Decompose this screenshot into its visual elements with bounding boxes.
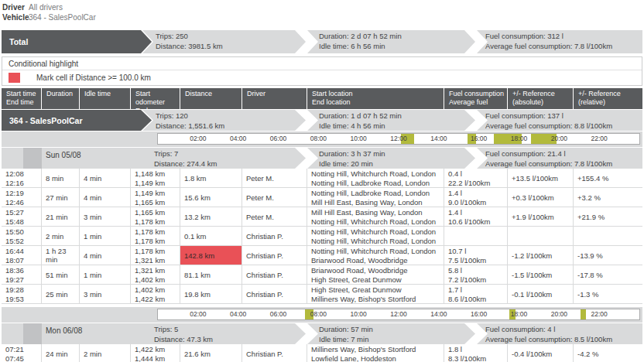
banner-segment-trips: Trips: 120 Distance: 1,551.6 km <box>142 110 306 131</box>
column-header-ref-absolute: +/- Reference(absolute) <box>508 88 573 109</box>
column-header-idle-time: Idle time <box>80 88 130 109</box>
timeline-hour-label: 22:00 <box>591 135 608 142</box>
cell-start-end-time: 19:2819:53 <box>2 285 41 303</box>
day-trips: Trips: 5 <box>154 325 213 335</box>
cell-idle-time: 3 min <box>80 207 130 226</box>
cell-driver: Christian P. <box>242 265 307 284</box>
cell-idle-time: 2 min <box>80 344 130 362</box>
day-distance: Distance: 47.3 km <box>154 335 213 345</box>
cell-locations: High Street, Great DunmowMilliners Way, … <box>307 285 444 303</box>
cell-locations: Notting Hill, Ladbroke Road, LondonMill … <box>307 188 444 207</box>
highlight-color-swatch <box>9 73 20 83</box>
timeline-hour-label: 20:00 <box>551 310 567 318</box>
cell-odometer: 1,165 km1,178 km <box>131 207 180 226</box>
cell-ref-relative: -4.2 % <box>574 344 642 362</box>
timeline-trip-segment <box>581 309 585 319</box>
day-group-grip[interactable] <box>23 148 42 169</box>
day-banner-left: Sun 05/08 Trips: 7 Distance: 274.4 km <box>2 148 306 169</box>
cell-fuel <box>444 227 507 245</box>
total-trips: Trips: 250 <box>156 32 306 42</box>
driver-label: Driver <box>2 2 29 12</box>
cell-odometer: 1,321 km1,402 km <box>131 265 180 284</box>
day-group-banner[interactable]: Mon 06/08 Trips: 5 Distance: 47.3 km Dur… <box>2 323 642 344</box>
banner-segment-trips: Trips: 250 Distance: 3981.5 km <box>142 30 306 53</box>
cell-odometer: 1,402 km1,422 km <box>131 285 180 303</box>
timeline-hour-label: 20:00 <box>551 135 567 142</box>
cell-locations: Briarwood Road, WoodbridgeHigh Street, G… <box>307 265 444 284</box>
cell-distance: 19.8 km <box>180 285 242 303</box>
cell-idle-time: 3 min <box>80 285 130 303</box>
banner-segment-duration: Duration: 2 d 07 h 52 min Idle time: 6 h… <box>307 30 475 53</box>
cell-fuel: 1.4 l9.0 l/100km <box>444 188 507 207</box>
cell-driver: Christian P. <box>242 227 307 245</box>
timeline-hour-label: 18:00 <box>511 310 527 318</box>
cell-distance: 81.1 km <box>180 265 242 284</box>
vehicle-idle-time: Idle time: 4 h 56 min <box>319 121 475 131</box>
cell-ref-relative: +21.9 % <box>574 207 642 226</box>
day-idle-time: Idle time: 20 min <box>319 159 475 169</box>
column-header-driver: Driver <box>242 88 307 109</box>
cell-fuel: 0.4 l22.2 l/100km <box>444 169 507 187</box>
total-fuel: Fuel consumption: 312 l <box>485 32 642 42</box>
vehicle-filter-row: Vehicle 364 - SalesPoolCar <box>2 12 644 22</box>
day-fuel: Fuel consumption: 21.4 l <box>485 149 642 159</box>
timeline-hour-label: 18:00 <box>511 135 527 142</box>
cell-driver: Christian P. <box>242 285 307 303</box>
day-timeline-row: 02:0004:0006:0008:0010:0012:0014:0016:00… <box>2 307 642 323</box>
banner-segment-duration: Duration: 3 h 37 min Idle time: 20 min <box>307 148 475 169</box>
table-row: 19:2819:53 25 min 3 min 1,402 km1,422 km… <box>2 285 642 304</box>
conditional-highlight-legend: Mark cell if Distance >= 100.0 km <box>2 70 642 83</box>
cell-driver: Christian P. <box>242 344 307 362</box>
cell-ref-relative: +3.2 % <box>574 188 642 207</box>
cell-idle-time: 1 min <box>80 265 130 284</box>
day-group-banner[interactable]: Sun 05/08 Trips: 7 Distance: 274.4 km Du… <box>2 148 642 169</box>
cell-start-end-time: 16:4418:07 <box>2 246 41 265</box>
timeline-hour-label: 08:00 <box>310 135 327 142</box>
cell-distance: 0.1 km <box>180 227 242 245</box>
vehicle-value: 364 - SalesPoolCar <box>29 12 96 22</box>
cell-ref-absolute: -0.4 l/100km <box>508 344 573 362</box>
day-label: Mon 06/08 <box>46 326 82 335</box>
column-header-odometer: Start odometerEnd odometer <box>131 88 180 109</box>
table-row: 15:5015:52 2 min 1 min 1,178 km1,178 km … <box>2 227 642 246</box>
conditional-highlight-title: Conditional highlight <box>2 57 642 70</box>
timeline-hour-label: 12:00 <box>390 135 406 142</box>
conditional-highlight-panel: Conditional highlight Mark cell if Dista… <box>2 56 642 86</box>
cell-ref-absolute: +0.3 l/100km <box>508 188 573 207</box>
day-group-grip[interactable] <box>23 323 42 344</box>
cell-locations: Notting Hill, Whitchurch Road, LondonNot… <box>307 227 444 245</box>
cell-driver: Peter M. <box>242 207 307 226</box>
cell-locations: Notting Hill, Whitchurch Road, LondonBri… <box>307 246 444 265</box>
cell-duration: 8 min <box>42 169 79 187</box>
cell-odometer: 1,178 km1,178 km <box>131 227 180 245</box>
total-summary-banner[interactable]: Total Trips: 250 Distance: 3981.5 km Dur… <box>2 30 642 53</box>
timeline-hour-label: 04:00 <box>230 135 246 142</box>
cell-start-end-time: 18:3619:27 <box>2 265 41 284</box>
banner-segment-duration: Duration: 1 d 07 h 52 min Idle time: 4 h… <box>307 110 475 131</box>
cell-ref-relative <box>574 227 642 245</box>
timeline-hour-label: 10:00 <box>351 310 367 318</box>
banner-segment-fuel: Fuel consumption: 137 l Average fuel con… <box>477 110 642 131</box>
cell-ref-relative: -17.8 % <box>574 265 642 284</box>
day-label: Sun 05/08 <box>46 151 81 159</box>
cell-duration: 27 min <box>42 188 79 207</box>
total-avg-fuel: Average fuel consumption: 7.8 l/100km <box>485 42 642 52</box>
vehicle-avg-fuel: Average fuel consumption: 8.8 l/100km <box>485 121 642 131</box>
cell-idle-time: 4 min <box>80 169 130 187</box>
cell-fuel: 1.8 l8.3 l/100km <box>444 344 507 362</box>
day-avg-fuel: Average fuel consumption: 8.5 l/100km <box>485 335 642 345</box>
driver-value: All drivers <box>29 2 63 12</box>
driver-filter-row: Driver All drivers <box>2 2 644 12</box>
total-distance: Distance: 3981.5 km <box>156 42 306 52</box>
cell-duration: 24 min <box>42 344 79 362</box>
table-row: 16:4418:07 1 h 23 min 4 min 1,178 km1,32… <box>2 246 642 265</box>
cell-ref-relative: -1.3 % <box>574 285 642 303</box>
cell-distance: 142.8 km <box>180 246 242 265</box>
cell-ref-relative: -13.9 % <box>574 246 642 265</box>
cell-distance: 13.2 km <box>180 207 242 226</box>
vehicle-group-banner[interactable]: 364 - SalesPoolCar Trips: 120 Distance: … <box>2 110 642 131</box>
cell-duration: 25 min <box>42 285 79 303</box>
day-distance: Distance: 274.4 km <box>154 159 217 169</box>
timeline-hour-label: 06:00 <box>270 135 286 142</box>
banner-segment-duration: Duration: 57 min Idle time: 7 min <box>307 323 475 344</box>
